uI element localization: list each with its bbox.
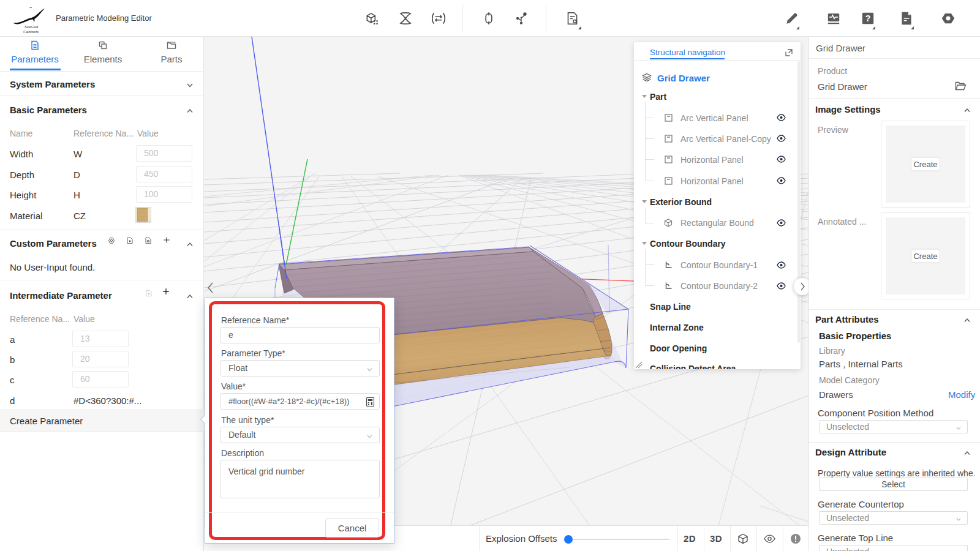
svg-text:SeaGull: SeaGull	[24, 24, 39, 29]
svg-text:Cabinets: Cabinets	[23, 29, 39, 34]
svg-text:?: ?	[865, 13, 871, 23]
